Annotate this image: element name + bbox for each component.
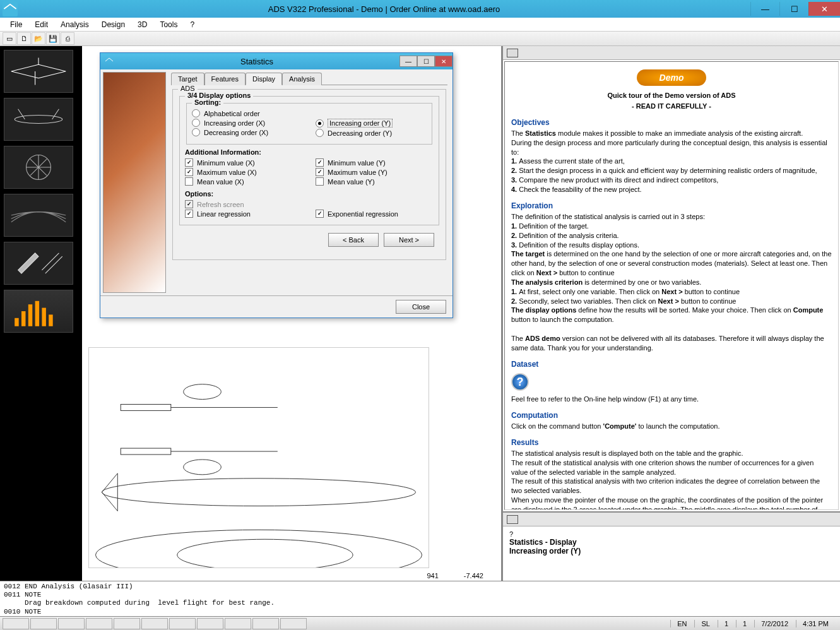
check-refresh: Refresh screen	[185, 199, 303, 209]
radio-dec-y[interactable]: Decreasing order (Y)	[316, 128, 427, 138]
menu-file[interactable]: File	[5, 19, 27, 30]
radio-dec-x[interactable]: Decreasing order (X)	[192, 128, 303, 137]
menu-bar: File Edit Analysis Design 3D Tools ?	[0, 18, 840, 32]
help-subtitle: - READ IT CAREFULLY -	[511, 102, 832, 111]
dialog-titlebar[interactable]: Statistics — ☐ ✕	[100, 53, 453, 69]
toolbar-doc-icon[interactable]: 🗋	[17, 32, 31, 45]
toolbar-save-icon[interactable]: 💾	[46, 32, 60, 45]
tray-indicator-1: 1	[718, 620, 735, 627]
check-expreg[interactable]: Exponential regression	[316, 209, 434, 218]
check-max-y[interactable]: Maximum value (Y)	[316, 167, 434, 177]
svg-rect-6	[42, 308, 45, 326]
dialog-icon	[104, 56, 114, 66]
menu-3d[interactable]: 3D	[133, 19, 152, 30]
minimize-button[interactable]: —	[750, 2, 779, 16]
check-min-y[interactable]: Minimum value (Y)	[316, 158, 434, 167]
toolbar-open-icon[interactable]: 📂	[32, 32, 45, 45]
radio-inc-y[interactable]: Increasing order (Y)	[316, 118, 427, 128]
coord-x: 941	[427, 572, 438, 579]
demo-badge: Demo	[637, 69, 706, 86]
main-toolbar: ▭ 🗋 📂 💾 ⎙	[0, 32, 840, 46]
svg-rect-7	[49, 314, 52, 326]
check-mean-x[interactable]: Mean value (X)	[185, 177, 303, 186]
section-dataset: Dataset	[511, 359, 832, 369]
menu-tools[interactable]: Tools	[155, 19, 182, 30]
taskbar-app[interactable]	[30, 618, 57, 629]
help-title: Quick tour of the Demo version of ADS	[511, 91, 832, 100]
taskbar-app[interactable]	[86, 618, 112, 629]
print-icon[interactable]	[507, 49, 518, 57]
svg-rect-3	[21, 311, 25, 326]
thumb-engine[interactable]	[4, 146, 73, 189]
tray-lang[interactable]: EN	[670, 620, 693, 627]
next-button[interactable]: Next >	[384, 233, 434, 247]
radio-inc-x[interactable]: Increasing order (X)	[192, 118, 303, 128]
radio-alpha[interactable]: Alphabetical order	[192, 109, 303, 118]
dialog-tabs: Target Features Display Analysis	[171, 72, 447, 85]
menu-edit[interactable]: Edit	[30, 19, 53, 30]
taskbar-app[interactable]	[280, 618, 307, 629]
taskbar-app[interactable]	[58, 618, 85, 629]
tab-analysis[interactable]: Analysis	[282, 73, 322, 85]
maximize-button[interactable]: ☐	[779, 2, 808, 16]
close-button[interactable]: ✕	[808, 2, 840, 16]
tray-time[interactable]: 4:31 PM	[796, 620, 835, 627]
thumb-wireframe[interactable]	[4, 194, 73, 237]
thumb-chart[interactable]	[4, 290, 73, 333]
section-exploration: Exploration	[511, 201, 832, 211]
dialog-close-button[interactable]: ✕	[435, 56, 453, 67]
back-button[interactable]: < Back	[328, 233, 379, 247]
taskbar-app[interactable]	[169, 618, 196, 629]
tab-target[interactable]: Target	[171, 73, 204, 85]
tray-indicator-2: 1	[736, 620, 753, 627]
tray-date[interactable]: 7/2/2012	[754, 620, 795, 627]
check-min-x[interactable]: Minimum value (X)	[185, 158, 303, 167]
close-dialog-button[interactable]: Close	[396, 300, 446, 314]
help-bottom-panel: ? Statistics - Display Increasing order …	[503, 511, 840, 581]
question-icon-2: ?	[509, 530, 834, 538]
check-linreg[interactable]: Linear regression	[185, 209, 303, 218]
toolbar-new-icon[interactable]: ▭	[3, 32, 16, 45]
coord-y: -7.442	[464, 572, 483, 579]
statistics-dialog: Statistics — ☐ ✕ Target Features Display…	[100, 52, 453, 318]
help-context-sub: Increasing order (Y)	[509, 547, 834, 556]
taskbar-app[interactable]	[114, 618, 140, 629]
dialog-maximize-button[interactable]: ☐	[417, 56, 435, 67]
section-computation: Computation	[511, 410, 832, 420]
svg-rect-2	[15, 318, 18, 326]
menu-analysis[interactable]: Analysis	[56, 19, 94, 30]
taskbar-app[interactable]	[141, 618, 168, 629]
print-icon-2[interactable]	[507, 515, 518, 524]
dialog-preview-image	[103, 72, 166, 293]
section-results: Results	[511, 437, 832, 448]
taskbar-app[interactable]	[252, 618, 279, 629]
svg-rect-8	[90, 348, 429, 568]
toolbar-print-icon[interactable]: ⎙	[61, 32, 74, 45]
question-icon: ?	[511, 373, 529, 391]
thumb-aircraft-1[interactable]	[4, 50, 73, 93]
window-titlebar: ADS V322 Professional - Demo | Order Onl…	[0, 0, 840, 18]
taskbar-app[interactable]	[225, 618, 251, 629]
dialog-minimize-button[interactable]: —	[399, 56, 417, 67]
tab-features[interactable]: Features	[204, 73, 245, 85]
tray-keyboard[interactable]: SL	[694, 620, 716, 627]
taskbar: EN SL 1 1 7/2/2012 4:31 PM	[0, 616, 840, 630]
output-console[interactable]: 0012 END Analysis (Glasair III) 0011 NOT…	[0, 581, 840, 616]
app-icon	[3, 1, 18, 16]
thumb-tools[interactable]	[4, 242, 73, 285]
taskbar-app[interactable]	[3, 618, 29, 629]
svg-rect-4	[28, 304, 32, 326]
thumb-aircraft-2[interactable]	[4, 98, 73, 141]
svg-point-0	[15, 116, 62, 124]
menu-help[interactable]: ?	[185, 19, 199, 30]
help-toolbar	[503, 46, 840, 60]
help-content[interactable]: Demo Quick tour of the Demo version of A…	[504, 61, 839, 510]
help-context-title: Statistics - Display	[509, 538, 834, 547]
tab-display[interactable]: Display	[245, 73, 282, 85]
help-panel: Demo Quick tour of the Demo version of A…	[502, 46, 840, 581]
menu-design[interactable]: Design	[97, 19, 130, 30]
check-max-x[interactable]: Maximum value (X)	[185, 167, 303, 177]
dialog-title: Statistics	[114, 57, 399, 66]
taskbar-app[interactable]	[197, 618, 223, 629]
check-mean-y[interactable]: Mean value (Y)	[316, 177, 434, 186]
